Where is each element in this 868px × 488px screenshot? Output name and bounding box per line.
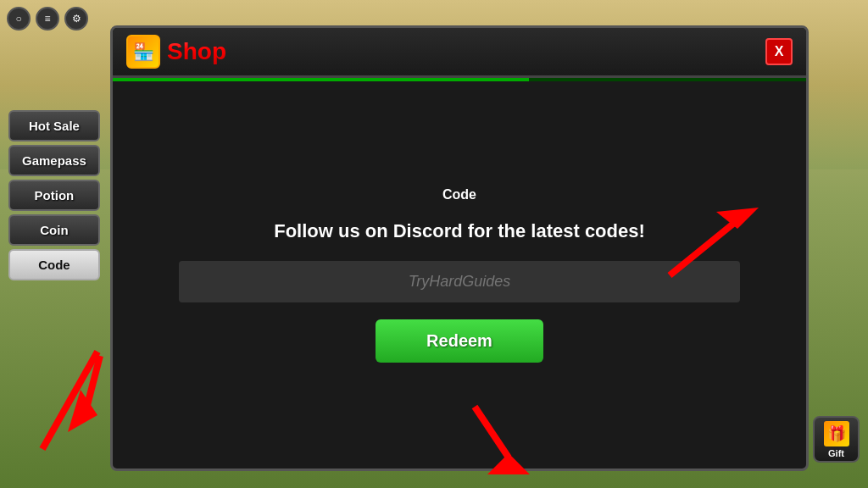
code-input[interactable]	[179, 261, 739, 302]
shop-title: Shop	[167, 38, 226, 65]
close-button[interactable]: X	[765, 38, 793, 65]
code-section-label: Code	[442, 187, 476, 202]
gift-icon: 🎁	[824, 421, 849, 446]
gift-label: Gift	[828, 448, 844, 458]
sidebar-item-hot-sale[interactable]: Hot Sale	[8, 110, 100, 141]
menu-icon[interactable]: ≡	[36, 7, 59, 30]
progress-bar	[113, 78, 806, 81]
modal-container: 🏪 Shop X Code Follow us on Discord for t…	[110, 25, 809, 471]
sidebar-item-coin[interactable]: Coin	[8, 214, 100, 246]
shop-modal: 🏪 Shop X Code Follow us on Discord for t…	[110, 25, 809, 471]
modal-header: 🏪 Shop X	[113, 28, 806, 78]
modal-body: Code Follow us on Discord for the latest…	[113, 81, 806, 469]
shop-title-area: 🏪 Shop	[126, 35, 226, 69]
shop-icon: 🏪	[126, 35, 160, 69]
circle-icon: ○	[7, 7, 31, 30]
settings-icon[interactable]: ⚙	[64, 7, 88, 30]
sidebar: Hot Sale Gamepass Potion Coin Code	[8, 110, 100, 280]
top-left-icons: ○ ≡ ⚙	[7, 7, 88, 30]
gift-button[interactable]: 🎁 Gift	[813, 416, 860, 463]
discord-message: Follow us on Discord for the latest code…	[274, 219, 645, 244]
sidebar-item-potion[interactable]: Potion	[8, 180, 100, 211]
redeem-button[interactable]: Redeem	[376, 319, 543, 363]
sidebar-item-gamepass[interactable]: Gamepass	[8, 145, 100, 176]
sidebar-item-code[interactable]: Code	[8, 249, 100, 280]
